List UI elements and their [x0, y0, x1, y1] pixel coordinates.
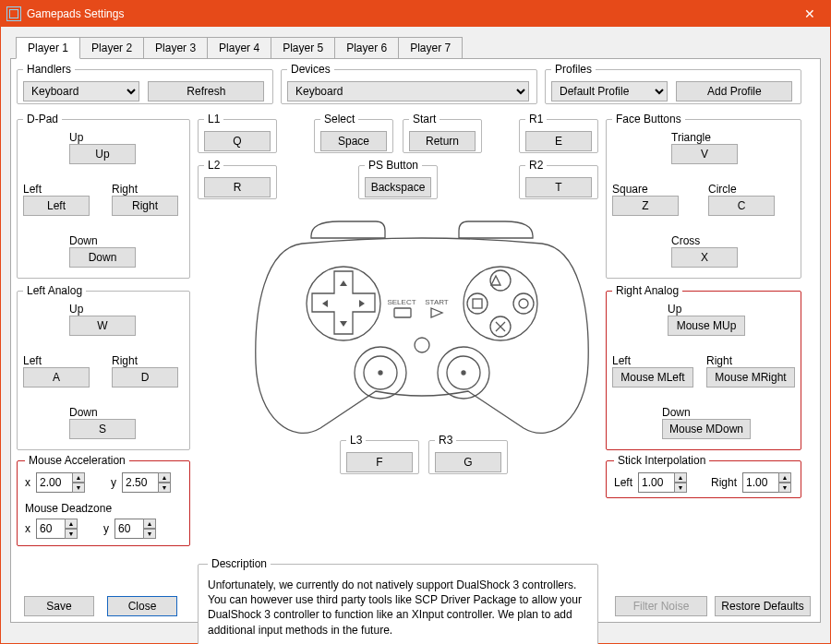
- profiles-select[interactable]: Default Profile: [551, 81, 668, 101]
- triangle-button[interactable]: V: [671, 144, 738, 164]
- chevron-down-icon[interactable]: ▼: [72, 483, 85, 493]
- dpad-right-button[interactable]: Right: [112, 196, 178, 216]
- mouse-dead-x-input[interactable]: 60: [36, 519, 66, 539]
- left-analog-up-label: Up: [69, 303, 136, 316]
- right-analog-legend: Right Analog: [612, 284, 682, 297]
- r1-group: R1 E: [519, 113, 598, 153]
- mouse-accel-y-input[interactable]: 2.50: [122, 472, 159, 493]
- square-button[interactable]: Z: [612, 196, 679, 216]
- l1-legend: L1: [204, 113, 223, 125]
- circle-button[interactable]: C: [708, 196, 775, 216]
- r2-group: R2 T: [519, 159, 598, 199]
- chevron-down-icon[interactable]: ▼: [778, 483, 791, 493]
- tab-player-4[interactable]: Player 4: [207, 37, 271, 59]
- select-button[interactable]: Space: [320, 131, 387, 151]
- left-analog-left-button[interactable]: A: [23, 367, 90, 388]
- chevron-up-icon[interactable]: ▲: [158, 472, 171, 483]
- handlers-legend: Handlers: [23, 63, 75, 76]
- l1-button[interactable]: Q: [204, 131, 271, 151]
- face-legend: Face Buttons: [612, 113, 685, 125]
- svg-point-0: [307, 267, 380, 340]
- chevron-up-icon[interactable]: ▲: [778, 472, 791, 483]
- right-analog-right-button[interactable]: Mouse MRight: [706, 367, 795, 388]
- mouse-accel-x-input[interactable]: 2.00: [36, 472, 73, 493]
- stick-interp-left-label: Left: [614, 476, 632, 489]
- svg-text:START: START: [425, 298, 449, 306]
- stick-interp-right-spinner[interactable]: ▲▼: [778, 472, 791, 493]
- mouse-dead-y-input[interactable]: 60: [114, 519, 144, 539]
- tab-player-2[interactable]: Player 2: [79, 37, 144, 59]
- devices-select[interactable]: Keyboard: [287, 81, 529, 101]
- left-analog-left-label: Left: [23, 354, 90, 367]
- stick-interp-left-input[interactable]: 1.00: [638, 472, 675, 493]
- dpad-left-button[interactable]: Left: [23, 196, 90, 216]
- dpad-left-label: Left: [23, 183, 90, 196]
- chevron-up-icon[interactable]: ▲: [65, 519, 78, 529]
- tab-player-5[interactable]: Player 5: [271, 37, 335, 59]
- profiles-legend: Profiles: [551, 63, 596, 76]
- stick-interp-left-spinner[interactable]: ▲▼: [674, 472, 687, 493]
- tab-player-3[interactable]: Player 3: [143, 37, 208, 59]
- handlers-select[interactable]: Keyboard: [23, 81, 139, 101]
- right-analog-group: Right Analog Up Mouse MUp Left Mouse MLe…: [606, 284, 801, 450]
- dpad-down-button[interactable]: Down: [69, 247, 136, 268]
- circle-label: Circle: [708, 183, 775, 196]
- right-analog-left-button[interactable]: Mouse MLeft: [612, 367, 693, 388]
- r1-button[interactable]: E: [525, 131, 592, 151]
- right-analog-down-button[interactable]: Mouse MDown: [662, 419, 751, 439]
- left-analog-up-button[interactable]: W: [69, 316, 136, 336]
- window-title: Gamepads Settings: [27, 7, 789, 20]
- tab-player-7[interactable]: Player 7: [398, 37, 463, 59]
- right-analog-up-button[interactable]: Mouse MUp: [668, 316, 745, 336]
- cross-button[interactable]: X: [671, 247, 738, 268]
- refresh-button[interactable]: Refresh: [148, 81, 264, 101]
- left-analog-right-button[interactable]: D: [112, 367, 178, 388]
- mouse-accel-y-spinner[interactable]: ▲▼: [158, 472, 171, 493]
- r3-button[interactable]: G: [435, 452, 501, 472]
- chevron-down-icon[interactable]: ▼: [143, 529, 156, 539]
- l3-button[interactable]: F: [346, 452, 413, 472]
- right-analog-left-label: Left: [612, 354, 693, 367]
- mouse-dead-x-spinner[interactable]: ▲▼: [65, 519, 78, 539]
- dpad-up-button[interactable]: Up: [69, 144, 136, 164]
- chevron-up-icon[interactable]: ▲: [143, 519, 156, 529]
- mouse-accel-x-spinner[interactable]: ▲▼: [72, 472, 85, 493]
- stick-interp-right-label: Right: [711, 476, 737, 489]
- left-analog-legend: Left Analog: [23, 284, 86, 297]
- chevron-up-icon[interactable]: ▲: [674, 472, 687, 483]
- save-button[interactable]: Save: [24, 596, 94, 616]
- right-analog-up-label: Up: [668, 303, 745, 316]
- select-group: Select Space: [314, 113, 393, 153]
- close-icon[interactable]: ✕: [789, 1, 830, 27]
- svg-rect-8: [394, 308, 411, 317]
- restore-defaults-button[interactable]: Restore Defaults: [715, 596, 811, 616]
- chevron-down-icon[interactable]: ▼: [674, 483, 687, 493]
- l2-button[interactable]: R: [204, 177, 271, 197]
- chevron-up-icon[interactable]: ▲: [72, 472, 85, 483]
- chevron-down-icon[interactable]: ▼: [158, 483, 171, 493]
- left-analog-down-button[interactable]: S: [69, 419, 136, 439]
- r2-button[interactable]: T: [525, 177, 592, 197]
- tab-player-6[interactable]: Player 6: [334, 37, 399, 59]
- svg-point-11: [415, 338, 429, 352]
- chevron-down-icon[interactable]: ▼: [65, 529, 78, 539]
- gamepad-icon: SELECT START: [247, 216, 597, 447]
- mouse-dead-y-spinner[interactable]: ▲▼: [143, 519, 156, 539]
- window: Gamepads Settings ✕ Player 1 Player 2 Pl…: [0, 0, 831, 644]
- svg-point-17: [462, 371, 465, 375]
- add-profile-button[interactable]: Add Profile: [676, 81, 792, 101]
- mouse-dead-x-label: x: [25, 522, 30, 535]
- start-button[interactable]: Return: [409, 131, 476, 151]
- close-button[interactable]: Close: [107, 596, 177, 616]
- r1-legend: R1: [525, 113, 547, 125]
- dpad-group: D-Pad Up Up Left Left Right Right Down D…: [17, 113, 190, 279]
- svg-point-5: [513, 293, 534, 314]
- ps-button[interactable]: Backspace: [365, 177, 431, 197]
- triangle-label: Triangle: [671, 131, 738, 144]
- filter-noise-button[interactable]: Filter Noise: [615, 596, 707, 616]
- app-icon: [6, 6, 21, 21]
- description-text: Unfortunately, we currently do not nativ…: [208, 578, 588, 638]
- stick-interp-right-input[interactable]: 1.00: [742, 472, 779, 493]
- tab-player-1[interactable]: Player 1: [16, 37, 80, 59]
- controller-image: SELECT START: [247, 216, 597, 447]
